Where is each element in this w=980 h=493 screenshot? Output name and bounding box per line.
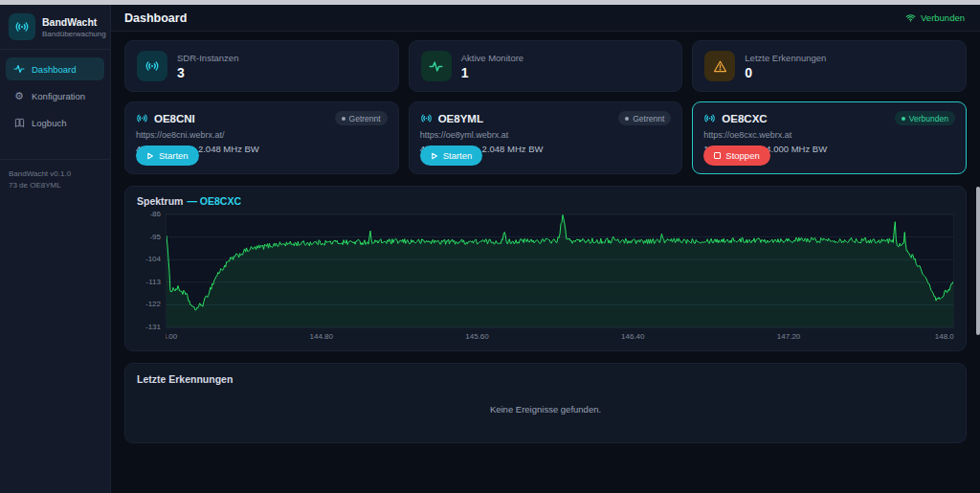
status-badge: Getrennt: [618, 111, 671, 125]
app-version: BandWacht v0.1.0: [9, 168, 101, 180]
y-tick-label: -104: [145, 255, 161, 263]
stop-button[interactable]: Stoppen: [703, 146, 769, 166]
events-empty-message: Keine Ereignisse gefunden.: [137, 385, 954, 433]
status-dot-icon: [342, 117, 345, 121]
sdr-name: OE8YML: [438, 113, 483, 124]
x-tick-label: 145.60: [465, 332, 488, 341]
spectrum-chart: -86-95-104-113-122-131 144.00144.80145.6…: [137, 213, 954, 343]
y-tick-label: -122: [145, 300, 161, 308]
sidebar-item-label: Konfiguration: [32, 91, 85, 101]
scrollbar-thumb[interactable]: [976, 187, 980, 335]
app-subtitle: Bandüberwachung: [42, 30, 106, 38]
page-title: Dashboard: [124, 11, 187, 25]
spectrum-plot: [166, 213, 954, 328]
stat-card-detections: Letzte Erkennungen 0: [692, 40, 967, 92]
sdr-url: https://oe8cni.webrx.at/: [136, 130, 388, 140]
sidebar-item-label: Logbuch: [32, 118, 66, 128]
stat-value: 1: [461, 65, 523, 80]
status-badge: Getrennt: [335, 111, 388, 125]
app-signoff: 73 de OE8YML: [9, 180, 101, 191]
app-title: BandWacht: [42, 16, 106, 28]
top-bar: Dashboard Verbunden: [111, 5, 980, 32]
stat-label: Aktive Monitore: [461, 53, 523, 63]
stop-icon: [714, 152, 721, 159]
sidebar-item-label: Dashboard: [32, 64, 76, 75]
y-tick-label: -95: [149, 232, 161, 240]
start-button[interactable]: Starten: [136, 146, 199, 166]
stat-label: Letzte Erkennungen: [745, 53, 826, 63]
status-dot-icon: [625, 117, 629, 121]
stat-value: 3: [177, 65, 238, 80]
spectrum-trace: [167, 214, 953, 327]
stat-card-active-monitors: Aktive Monitore 1: [409, 40, 683, 92]
sidebar-footer: BandWacht v0.1.0 73 de OE8YML: [0, 159, 110, 200]
x-tick-label: 148.0: [935, 332, 954, 341]
play-icon: [431, 152, 438, 160]
y-tick-label: -86: [149, 210, 161, 218]
radio-waves-icon: [9, 13, 35, 40]
x-axis: 144.00144.80145.60146.40147.20148.0: [166, 328, 954, 343]
start-button[interactable]: Starten: [420, 146, 483, 166]
gear-icon: ⚙: [13, 90, 25, 102]
spectrum-source: OE8CXC: [200, 195, 241, 207]
radio-waves-icon: [420, 112, 433, 124]
radio-waves-icon: [137, 51, 167, 81]
stat-label: SDR-Instanzen: [177, 53, 238, 63]
stat-card-sdr-instances: SDR-Instanzen 3: [124, 40, 399, 92]
legend-line-swatch: —: [187, 195, 197, 207]
x-tick-label: 147.20: [777, 332, 800, 341]
sdr-url: https://oe8yml.webrx.at: [420, 130, 672, 140]
spectrum-panel-title: Spektrum— OE8CXC: [137, 195, 954, 207]
radio-waves-icon: [136, 112, 148, 124]
sdr-name: OE8CXC: [722, 113, 767, 124]
sdr-name: OE8CNI: [154, 113, 195, 124]
events-panel-title: Letzte Erkennungen: [137, 373, 954, 385]
y-tick-label: -113: [146, 277, 161, 285]
app-brand: BandWacht Bandüberwachung: [0, 5, 110, 50]
play-icon: [146, 152, 154, 160]
sdr-card-oe8cxc: OE8CXC Verbunden https://oe8cxc.webrx.at…: [692, 101, 967, 174]
wifi-icon: [905, 12, 916, 23]
sdr-url: https://oe8cxc.webrx.at: [703, 130, 955, 140]
warning-triangle-icon: [704, 51, 735, 81]
y-axis: -86-95-104-113-122-131: [137, 213, 166, 328]
connection-status-label: Verbunden: [921, 12, 965, 23]
stat-value: 0: [745, 65, 826, 80]
sdr-card-oe8yml: OE8YML Getrennt https://oe8yml.webrx.at …: [409, 101, 683, 174]
x-tick-label: 144.80: [310, 332, 333, 341]
sidebar-item-konfiguration[interactable]: ⚙ Konfiguration: [6, 84, 104, 108]
status-badge: Verbunden: [895, 111, 955, 125]
sdr-card-oe8cni: OE8CNI Getrennt https://oe8cni.webrx.at/…: [124, 101, 399, 174]
radio-waves-icon: [703, 112, 716, 124]
spectrum-panel: Spektrum— OE8CXC -86-95-104-113-122-131 …: [124, 186, 967, 351]
events-panel: Letzte Erkennungen Keine Ereignisse gefu…: [124, 363, 967, 443]
x-tick-label: 144.00: [166, 332, 177, 341]
sdr-row: OE8CNI Getrennt https://oe8cni.webrx.at/…: [124, 101, 967, 174]
activity-icon: [13, 63, 25, 75]
connection-status: Verbunden: [905, 12, 965, 23]
activity-icon: [421, 51, 452, 81]
sidebar-item-dashboard[interactable]: Dashboard: [6, 57, 104, 80]
sidebar-nav: Dashboard ⚙ Konfiguration Logbuch: [0, 50, 110, 146]
x-tick-label: 146.40: [621, 332, 644, 341]
dashboard-content: SDR-Instanzen 3 Aktive Monitore 1: [111, 32, 980, 443]
status-dot-icon: [902, 117, 905, 121]
book-icon: [13, 118, 25, 128]
main-area: Dashboard Verbunden: [111, 5, 980, 493]
sidebar-item-logbuch[interactable]: Logbuch: [6, 112, 104, 134]
sidebar: BandWacht Bandüberwachung Dashboard ⚙ Ko…: [0, 5, 111, 493]
stats-row: SDR-Instanzen 3 Aktive Monitore 1: [124, 40, 967, 92]
y-tick-label: -131: [145, 323, 161, 331]
